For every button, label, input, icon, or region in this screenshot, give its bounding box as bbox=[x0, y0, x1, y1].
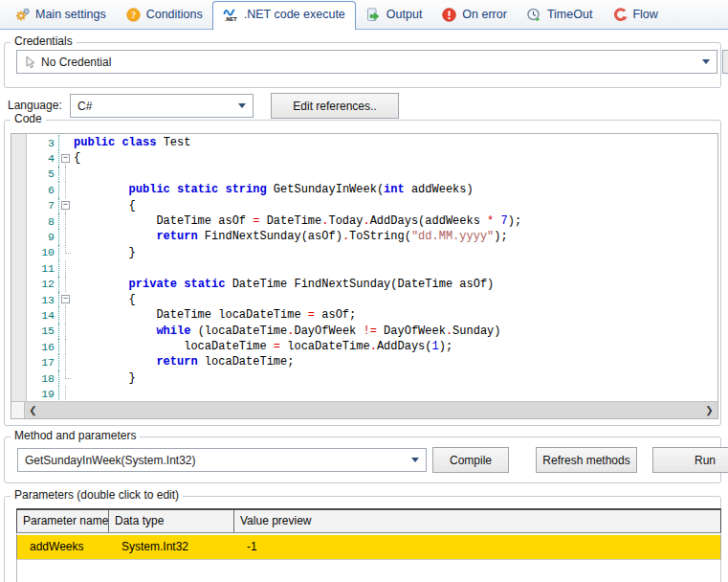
fold-guide bbox=[59, 260, 74, 276]
editor-body[interactable]: 3public class Test4−{56 public static st… bbox=[11, 134, 717, 401]
code-line-15[interactable]: 15 while (locaDateTime.DayOfWeek != DayO… bbox=[27, 324, 717, 339]
code-line-18[interactable]: 18 } bbox=[27, 370, 717, 386]
code-line-13[interactable]: 13− { bbox=[27, 292, 717, 307]
tab-label: Output bbox=[386, 8, 423, 21]
table-row[interactable]: addWeeksSystem.Int32-1 bbox=[16, 533, 721, 560]
line-number: 4 bbox=[27, 150, 59, 166]
tab-label: On error bbox=[462, 8, 507, 21]
fold-toggle-icon[interactable]: − bbox=[59, 292, 74, 307]
language-label: Language: bbox=[8, 99, 62, 112]
fold-toggle-icon[interactable]: − bbox=[59, 150, 74, 166]
fold-guide bbox=[59, 339, 74, 354]
table-body: addWeeksSystem.Int32-1 bbox=[16, 533, 721, 560]
svg-text:?: ? bbox=[131, 11, 136, 20]
fold-toggle-icon[interactable]: − bbox=[59, 198, 74, 213]
fold-guide bbox=[59, 277, 74, 292]
compile-button[interactable]: Compile bbox=[432, 447, 509, 473]
line-number: 8 bbox=[27, 213, 59, 229]
tab-on-error[interactable]: On error bbox=[431, 2, 517, 29]
code-line-9[interactable]: 9 return FindNextSunday(asOf).ToString("… bbox=[27, 229, 717, 244]
scroll-left-icon[interactable]: ❮ bbox=[25, 402, 41, 418]
code-line-16[interactable]: 16 locaDateTime = locaDateTime.AddDays(1… bbox=[27, 339, 717, 354]
fold-guide bbox=[59, 135, 74, 150]
line-number: 12 bbox=[27, 277, 59, 292]
line-number: 11 bbox=[27, 260, 59, 276]
edit-references-button[interactable]: Edit references.. bbox=[271, 93, 399, 119]
error-icon bbox=[441, 7, 457, 22]
tab-main-settings[interactable]: Main settings bbox=[5, 2, 116, 29]
code-legend: Code bbox=[11, 112, 46, 125]
fold-guide bbox=[59, 324, 74, 339]
fold-guide bbox=[59, 307, 74, 323]
code-line-17[interactable]: 17 return locaDateTime; bbox=[27, 354, 717, 369]
line-number: 3 bbox=[27, 135, 59, 150]
run-button[interactable]: Run bbox=[652, 447, 728, 473]
code-text: private static DateTime FindNextSunday(D… bbox=[74, 277, 494, 292]
parameters-table: Parameter nameData typeValue preview add… bbox=[16, 508, 721, 582]
scroll-right-icon[interactable]: ❯ bbox=[701, 402, 717, 418]
scrollbar-corner bbox=[11, 402, 25, 418]
code-text: return locaDateTime; bbox=[74, 354, 294, 369]
tab-flow[interactable]: Flow bbox=[602, 2, 667, 29]
svg-text:.NET: .NET bbox=[225, 16, 237, 22]
table-header-row: Parameter nameData typeValue preview bbox=[16, 508, 721, 533]
credential-extra-button[interactable] bbox=[722, 50, 728, 74]
tab-label: Conditions bbox=[146, 8, 203, 21]
code-editor[interactable]: 3public class Test4−{56 public static st… bbox=[11, 133, 718, 419]
column-header-data-type[interactable]: Data type bbox=[109, 510, 234, 532]
cell-parameter-name: addWeeks bbox=[17, 535, 109, 559]
line-number: 9 bbox=[27, 229, 59, 244]
code-line-7[interactable]: 7− { bbox=[27, 198, 717, 213]
column-header-parameter-name[interactable]: Parameter name bbox=[17, 510, 109, 532]
refresh-methods-button[interactable]: Refresh methods bbox=[536, 447, 637, 473]
tab-conditions[interactable]: ?Conditions bbox=[116, 2, 212, 29]
code-line-4[interactable]: 4−{ bbox=[27, 150, 717, 166]
table-empty-area bbox=[16, 560, 721, 582]
code-text: public static string GetSundayInWeek(int… bbox=[74, 182, 474, 197]
credential-value: No Credential bbox=[41, 56, 696, 69]
scrollbar-track[interactable] bbox=[41, 402, 701, 418]
chevron-down-icon bbox=[702, 59, 710, 64]
line-number: 19 bbox=[27, 386, 59, 401]
code-line-6[interactable]: 6 public static string GetSundayInWeek(i… bbox=[27, 182, 717, 197]
chevron-down-icon bbox=[411, 458, 419, 462]
fold-guide bbox=[59, 354, 74, 369]
tab-net-code-execute[interactable]: .NET.NET code execute bbox=[212, 1, 356, 30]
tab-label: Main settings bbox=[35, 8, 106, 21]
method-select[interactable]: GetSundayInWeek(System.Int32) bbox=[17, 448, 427, 472]
code-text: { bbox=[74, 150, 80, 166]
code-text: while (locaDateTime.DayOfWeek != DayOfWe… bbox=[74, 324, 501, 339]
line-number: 14 bbox=[27, 307, 59, 323]
method-value: GetSundayInWeek(System.Int32) bbox=[25, 454, 406, 467]
line-number: 7 bbox=[27, 198, 59, 213]
code-line-8[interactable]: 8 DateTime asOf = DateTime.Today.AddDays… bbox=[27, 213, 717, 229]
tab-label: .NET code execute bbox=[244, 8, 345, 21]
fold-guide bbox=[59, 386, 74, 401]
code-line-5[interactable]: 5 bbox=[27, 167, 717, 182]
column-header-value-preview[interactable]: Value preview bbox=[234, 510, 720, 532]
tab-label: Flow bbox=[632, 8, 657, 21]
tab-output[interactable]: Output bbox=[356, 2, 432, 29]
line-number: 15 bbox=[27, 324, 59, 339]
code-text: public class Test bbox=[74, 135, 190, 150]
code-text: return FindNextSunday(asOf).ToString("dd… bbox=[74, 229, 508, 244]
code-line-14[interactable]: 14 DateTime locaDateTime = asOf; bbox=[27, 307, 717, 323]
help-icon: ? bbox=[125, 7, 142, 22]
horizontal-scrollbar[interactable]: ❮ ❯ bbox=[11, 401, 717, 418]
credential-select[interactable]: No Credential bbox=[16, 50, 717, 74]
fold-guide bbox=[59, 213, 74, 229]
line-number: 16 bbox=[27, 339, 59, 354]
dotnet-code-execute-panel: Main settings?Conditions.NET.NET code ex… bbox=[0, 0, 728, 582]
code-line-19[interactable]: 19 bbox=[27, 386, 717, 401]
fold-guide bbox=[59, 370, 74, 386]
code-line-11[interactable]: 11 bbox=[27, 260, 717, 276]
code-line-10[interactable]: 10 } bbox=[27, 245, 717, 260]
language-select[interactable]: C# bbox=[70, 94, 254, 118]
code-line-3[interactable]: 3public class Test bbox=[27, 135, 717, 150]
tab-timeout[interactable]: TimeOut bbox=[517, 2, 602, 29]
line-number: 18 bbox=[27, 370, 59, 386]
parameters-group: Parameter nameData typeValue preview add… bbox=[4, 496, 721, 582]
code-line-12[interactable]: 12 private static DateTime FindNextSunda… bbox=[27, 277, 717, 292]
code-text: } bbox=[74, 370, 136, 386]
fold-guide bbox=[59, 229, 74, 244]
